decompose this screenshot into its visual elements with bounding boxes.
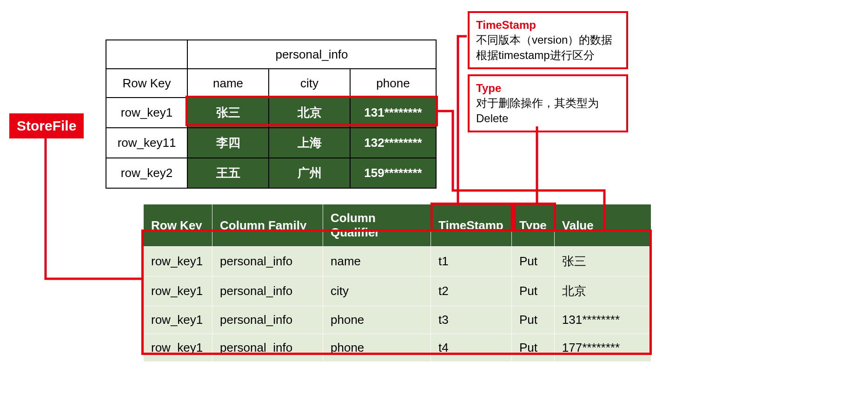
kv-table: Row Key Column Family Column Qualifier T… — [143, 204, 651, 362]
callout-timestamp: TimeStamp 不同版本（version）的数据根据timestamp进行区… — [468, 11, 628, 69]
col-city-header: city — [269, 69, 350, 98]
table-row: row_key11 李四 上海 132******** — [106, 128, 436, 158]
kv-ts: t4 — [431, 334, 512, 362]
table-row: row_key1 personal_info city t2 Put 北京 — [144, 276, 651, 306]
kv-header-rowkey: Row Key — [144, 204, 212, 247]
kv-header-value: Value — [554, 204, 651, 247]
kv-header-cq: Column Qualifier — [323, 204, 431, 247]
kv-cf: personal_info — [212, 334, 323, 362]
callout-type: Type 对于删除操作，其类型为Delete — [468, 74, 628, 132]
kv-value: 177******** — [554, 334, 651, 362]
phone-cell: 132******** — [350, 128, 436, 158]
kv-cf: personal_info — [212, 247, 323, 276]
kv-rk: row_key1 — [144, 306, 212, 334]
kv-type: Put — [512, 334, 555, 362]
kv-cf: personal_info — [212, 276, 323, 306]
cf-header: personal_info — [187, 40, 436, 69]
kv-rk: row_key1 — [144, 276, 212, 306]
table-row: row_key1 personal_info name t1 Put 张三 — [144, 247, 651, 276]
rowkey-header: Row Key — [106, 69, 187, 98]
name-cell: 张三 — [187, 98, 269, 128]
kv-header-type: Type — [512, 204, 555, 247]
col-name-header: name — [187, 69, 269, 98]
callout-type-body: 对于删除操作，其类型为Delete — [476, 96, 620, 126]
rowkey-cell: row_key2 — [106, 158, 187, 188]
city-cell: 上海 — [269, 128, 350, 158]
rowkey-cell: row_key11 — [106, 128, 187, 158]
table-row: row_key2 王五 广州 159******** — [106, 158, 436, 188]
kv-value: 131******** — [554, 306, 651, 334]
kv-value: 张三 — [554, 247, 651, 276]
table-row: row_key1 personal_info phone t3 Put 131*… — [144, 306, 651, 334]
kv-ts: t3 — [431, 306, 512, 334]
phone-cell: 159******** — [350, 158, 436, 188]
kv-cf: personal_info — [212, 306, 323, 334]
kv-type: Put — [512, 247, 555, 276]
storefile-label: StoreFile — [9, 113, 84, 138]
kv-type: Put — [512, 306, 555, 334]
kv-rk: row_key1 — [144, 334, 212, 362]
empty-header — [106, 40, 187, 69]
kv-value: 北京 — [554, 276, 651, 306]
callout-timestamp-body: 不同版本（version）的数据根据timestamp进行区分 — [476, 33, 620, 63]
callout-timestamp-title: TimeStamp — [476, 18, 620, 33]
rowkey-cell: row_key1 — [106, 98, 187, 128]
kv-rk: row_key1 — [144, 247, 212, 276]
kv-header-cf: Column Family — [212, 204, 323, 247]
name-cell: 李四 — [187, 128, 269, 158]
kv-ts: t1 — [431, 247, 512, 276]
kv-cq: phone — [323, 334, 431, 362]
city-cell: 广州 — [269, 158, 350, 188]
kv-cq: name — [323, 247, 431, 276]
kv-cq: phone — [323, 306, 431, 334]
kv-header-ts: TimeStamp — [431, 204, 512, 247]
kv-type: Put — [512, 276, 555, 306]
phone-cell: 131******** — [350, 98, 436, 128]
kv-ts: t2 — [431, 276, 512, 306]
col-phone-header: phone — [350, 69, 436, 98]
logical-table: personal_info Row Key name city phone ro… — [106, 39, 437, 189]
table-row: row_key1 personal_info phone t4 Put 177*… — [144, 334, 651, 362]
name-cell: 王五 — [187, 158, 269, 188]
table-row: row_key1 张三 北京 131******** — [106, 98, 436, 128]
kv-cq: city — [323, 276, 431, 306]
callout-type-title: Type — [476, 81, 620, 96]
city-cell: 北京 — [269, 98, 350, 128]
